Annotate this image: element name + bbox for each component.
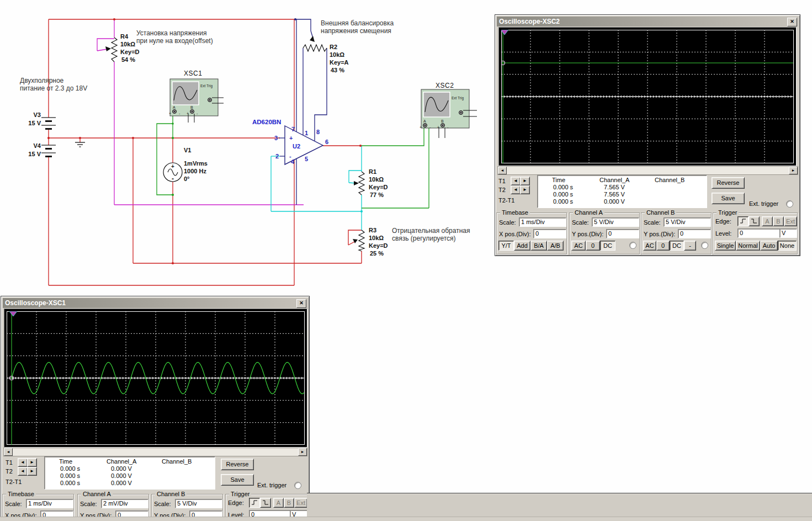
timebase-scale-input[interactable]: 1 ms/Div <box>26 499 73 508</box>
col-channel-a: Channel_A <box>107 458 136 465</box>
battery-v4[interactable] <box>41 145 56 157</box>
timebase-scale-input[interactable]: 1 ms/Div <box>519 217 566 227</box>
channel-b-dc-button[interactable]: DC <box>670 241 684 251</box>
ba-mode-button[interactable]: B/A <box>530 241 547 251</box>
ground-symbol[interactable] <box>75 142 85 147</box>
channel-b-minus-button[interactable]: - <box>684 241 696 251</box>
close-icon[interactable]: ✕ <box>787 18 797 26</box>
t2-left-button[interactable]: ◄ <box>18 467 28 476</box>
resistor-r1[interactable] <box>359 172 364 195</box>
trigger-source-b-button[interactable]: B <box>773 216 784 226</box>
svg-text:XSC2: XSC2 <box>436 82 454 89</box>
edge-falling-icon[interactable] <box>749 216 760 226</box>
trigger-auto-button[interactable]: Auto <box>760 241 778 251</box>
window-title: Oscilloscope-XSC1 <box>3 299 66 307</box>
svg-text:43 %: 43 % <box>331 67 344 73</box>
ext-trigger-radio[interactable] <box>294 482 301 489</box>
scope-scrollbar[interactable]: ◄ ► <box>497 166 798 175</box>
ab-mode-button[interactable]: A/B <box>547 241 564 251</box>
trigger-source-b-button[interactable]: B <box>284 498 294 508</box>
titlebar[interactable]: Oscilloscope-XSC2 ✕ <box>497 17 798 26</box>
ext-trigger-radio[interactable] <box>786 200 793 208</box>
trigger-level-input[interactable]: 0 <box>737 228 781 238</box>
trigger-single-button[interactable]: Single <box>715 241 736 251</box>
yt-mode-button[interactable]: Y/T <box>498 241 514 251</box>
scope-screen <box>498 27 797 166</box>
svg-text:Внешняя балансировка: Внешняя балансировка <box>321 19 394 27</box>
edge-rising-icon[interactable] <box>249 498 260 508</box>
channel-b-ypos-input[interactable]: 0 <box>678 229 711 238</box>
scale-label: Scale: <box>644 219 661 226</box>
svg-text:1mVrms: 1mVrms <box>184 160 208 167</box>
channel-a-ac-button[interactable]: AC <box>571 241 586 251</box>
potentiometer-wiper-arrows <box>105 36 359 243</box>
battery-v3[interactable] <box>41 118 56 129</box>
scale-label: Scale: <box>154 501 171 507</box>
scope-scrollbar[interactable]: ◄ ► <box>3 448 307 456</box>
titlebar[interactable]: Oscilloscope-XSC1 ✕ <box>3 298 307 308</box>
trigger-legend: Trigger <box>229 491 251 497</box>
timebase-xpos-input[interactable]: 0 <box>533 229 566 238</box>
oscilloscope-xsc1-icon[interactable]: Ext Trig A B + - + - <box>169 79 224 123</box>
trigger-source-ext-button[interactable]: Ext <box>784 216 797 226</box>
channel-b-ac-button[interactable]: AC <box>643 241 656 251</box>
svg-text:Двухполярное: Двухполярное <box>20 77 64 84</box>
source-v1[interactable]: + - <box>163 163 182 183</box>
svg-text:+: + <box>171 163 174 169</box>
channel-a-radio[interactable] <box>629 242 636 249</box>
t1-left-button[interactable]: ◄ <box>18 458 28 467</box>
channel-a-scale-input[interactable]: 2 mV/Div <box>101 499 148 508</box>
svg-text:+: + <box>169 111 171 115</box>
wire-red-power[interactable] <box>49 19 362 285</box>
svg-text:R2: R2 <box>330 44 337 50</box>
channel-b-zero-button[interactable]: 0 <box>656 241 670 251</box>
t2-right-button[interactable]: ► <box>520 185 530 194</box>
channel-a-scale-input[interactable]: 5 V/Div <box>592 217 639 227</box>
resistor-r4[interactable] <box>112 38 117 62</box>
trigger-source-ext-button[interactable]: Ext <box>294 498 307 508</box>
save-button[interactable]: Save <box>712 193 745 204</box>
edge-falling-icon[interactable] <box>260 498 271 508</box>
t1-label: T1 <box>498 178 506 184</box>
trigger-source-a-button[interactable]: A <box>273 498 284 508</box>
add-mode-button[interactable]: Add <box>514 241 530 251</box>
trigger-none-button[interactable]: None <box>778 241 797 251</box>
window-title: Oscilloscope-XSC2 <box>497 18 560 25</box>
edge-rising-icon[interactable] <box>737 216 749 226</box>
channel-b-radio[interactable] <box>701 242 708 249</box>
svg-text:6: 6 <box>325 139 328 145</box>
channel-a-ypos-input[interactable]: 0 <box>606 229 639 238</box>
t1-left-button[interactable]: ◄ <box>511 177 521 185</box>
svg-text:+: + <box>420 125 422 129</box>
save-button[interactable]: Save <box>221 474 254 486</box>
channel-a-dc-button[interactable]: DC <box>600 241 615 251</box>
svg-text:Key=A: Key=A <box>330 59 349 66</box>
resistor-r2[interactable] <box>303 45 327 51</box>
oscilloscope-xsc1-window: Oscilloscope-XSC1 ✕ ◄ ► T1 ◄ ► T2 ◄ ► T2… <box>1 296 310 521</box>
reverse-button[interactable]: Reverse <box>221 459 254 470</box>
svg-text:связь (регулируется): связь (регулируется) <box>392 235 456 242</box>
t2-right-button[interactable]: ► <box>27 467 37 476</box>
svg-text:Key=D: Key=D <box>369 184 388 190</box>
svg-text:Отрицательная обратная: Отрицательная обратная <box>392 227 470 235</box>
wire-navy[interactable] <box>279 19 327 205</box>
col-channel-b: Channel_B <box>162 458 192 465</box>
svg-text:A: A <box>423 119 426 123</box>
t1-right-button[interactable]: ► <box>520 177 530 185</box>
t2-left-button[interactable]: ◄ <box>511 185 521 194</box>
trigger-source-a-button[interactable]: A <box>762 216 773 226</box>
svg-text:10kΩ: 10kΩ <box>369 235 384 241</box>
t1-channel-a: 7.565 V <box>604 184 625 190</box>
circuit-annotations: Установка напряжения при нуле на входе(o… <box>20 19 470 242</box>
t1-right-button[interactable]: ► <box>27 458 37 467</box>
svg-text:3: 3 <box>274 135 278 141</box>
reverse-button[interactable]: Reverse <box>712 177 745 189</box>
resistor-r3[interactable] <box>359 230 364 251</box>
svg-text:54 %: 54 % <box>121 56 135 63</box>
channel-b-scale-input[interactable]: 5 V/Div <box>664 217 711 227</box>
oscilloscope-xsc2-icon[interactable]: Ext Trig A B + - + - <box>420 89 477 138</box>
trigger-normal-button[interactable]: Normal <box>736 241 760 251</box>
close-icon[interactable]: ✕ <box>296 299 306 308</box>
channel-a-zero-button[interactable]: 0 <box>586 241 600 251</box>
channel-b-scale-input[interactable]: 5 V/Div <box>175 499 222 508</box>
